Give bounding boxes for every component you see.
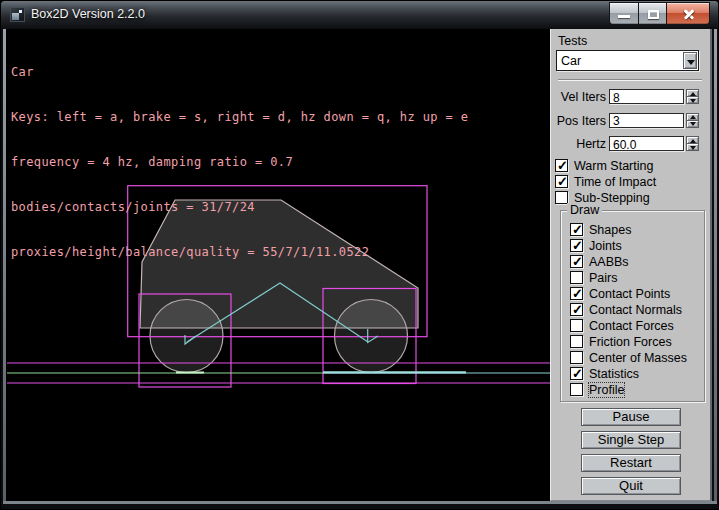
control-panel: Tests Car Vel Iters 8 Pos Iters 3 Hertz (550, 29, 712, 501)
checkbox-box[interactable] (570, 383, 583, 396)
checkbox-box[interactable]: ✓ (570, 367, 583, 380)
app-icon (10, 7, 25, 22)
checkbox-label: Friction Forces (589, 335, 672, 349)
arrow-up-icon (690, 92, 696, 96)
checkbox-aabbs[interactable]: ✓ AABBs (570, 255, 629, 269)
checkbox-warm-starting[interactable]: ✓ Warm Starting (555, 159, 653, 173)
check-icon: ✓ (572, 238, 583, 253)
checkbox-label: AABBs (589, 255, 629, 269)
checkbox-box[interactable]: ✓ (555, 159, 568, 172)
checkbox-label: Center of Masses (589, 351, 687, 365)
vel-iters-down-button[interactable] (686, 96, 699, 104)
simulation-canvas[interactable]: Car Keys: left = a, brake = s, right = d… (6, 29, 550, 501)
checkbox-contact-normals[interactable]: ✓ Contact Normals (570, 303, 682, 317)
minimize-button[interactable] (609, 2, 638, 25)
hud-line-frequency: frequency = 4 hz, damping ratio = 0.7 (11, 155, 468, 170)
single-step-button[interactable]: Single Step (581, 431, 681, 449)
check-icon: ✓ (572, 302, 583, 317)
right-wheel (335, 300, 408, 373)
caption-buttons (609, 2, 710, 25)
pos-iters-input[interactable]: 3 (609, 113, 684, 128)
arrow-down-icon (690, 122, 696, 126)
checkbox-box[interactable] (570, 351, 583, 364)
checkbox-label: Contact Points (589, 287, 670, 301)
restart-button[interactable]: Restart (581, 454, 681, 472)
close-button[interactable] (667, 2, 710, 25)
arrow-up-icon (690, 139, 696, 143)
check-icon: ✓ (572, 254, 583, 269)
arrow-down-icon (690, 99, 696, 103)
pause-button[interactable]: Pause (581, 408, 681, 426)
hud-line-test-name: Car (11, 65, 468, 80)
checkbox-label: Statistics (589, 367, 639, 381)
hertz-stepper (686, 136, 699, 151)
checkbox-contact-forces[interactable]: Contact Forces (570, 319, 674, 333)
hertz-value: 60.0 (613, 138, 636, 152)
checkbox-shapes[interactable]: ✓ Shapes (570, 223, 631, 237)
hud-line-stats-1: bodies/contacts/joints = 31/7/24 (11, 200, 468, 215)
hertz-row: Hertz 60.0 (551, 136, 711, 152)
checkbox-label: Joints (589, 239, 622, 253)
arrow-up-icon (690, 115, 696, 119)
hertz-down-button[interactable] (686, 143, 699, 151)
checkbox-label: Contact Normals (589, 303, 682, 317)
window-frame-right (714, 29, 717, 502)
checkbox-label: Profile (589, 383, 624, 397)
chevron-down-icon (687, 60, 695, 65)
vel-iters-value: 8 (613, 91, 620, 105)
checkbox-center-of-masses[interactable]: Center of Masses (570, 351, 687, 365)
checkbox-label: Time of Impact (574, 175, 656, 189)
checkbox-box[interactable]: ✓ (555, 175, 568, 188)
checkbox-box[interactable]: ✓ (570, 223, 583, 236)
checkbox-profile[interactable]: Profile (570, 383, 624, 397)
vel-iters-label: Vel Iters (551, 90, 606, 104)
pos-iters-value: 3 (613, 114, 620, 128)
checkbox-box[interactable] (570, 271, 583, 284)
checkbox-box[interactable]: ✓ (570, 255, 583, 268)
check-icon: ✓ (572, 222, 583, 237)
checkbox-statistics[interactable]: ✓ Statistics (570, 367, 639, 381)
maximize-button[interactable] (638, 2, 667, 25)
arrow-down-icon (690, 146, 696, 150)
check-icon: ✓ (572, 286, 583, 301)
checkbox-label: Shapes (589, 223, 631, 237)
minimize-icon (618, 15, 630, 18)
checkbox-box[interactable] (570, 335, 583, 348)
separator (558, 79, 702, 81)
hud-text: Car Keys: left = a, brake = s, right = d… (11, 35, 468, 290)
window-frame-bottom (3, 501, 717, 504)
checkbox-box[interactable] (570, 319, 583, 332)
pos-iters-label: Pos Iters (551, 114, 606, 128)
pos-iters-row: Pos Iters 3 (551, 113, 711, 129)
window-title: Box2D Version 2.2.0 (31, 7, 145, 21)
app-window: Box2D Version 2.2.0 (0, 0, 719, 510)
checkbox-label: Warm Starting (574, 159, 653, 173)
maximize-icon (648, 10, 659, 19)
checkbox-box[interactable]: ✓ (570, 287, 583, 300)
check-icon: ✓ (557, 174, 568, 189)
vel-iters-row: Vel Iters 8 (551, 89, 711, 105)
tests-dropdown-button[interactable] (683, 52, 697, 69)
tests-dropdown[interactable]: Car (556, 50, 699, 71)
checkbox-friction-forces[interactable]: Friction Forces (570, 335, 672, 349)
checkbox-time-of-impact[interactable]: ✓ Time of Impact (555, 175, 656, 189)
pos-iters-stepper (686, 113, 699, 128)
tests-label: Tests (558, 34, 587, 48)
hertz-input[interactable]: 60.0 (609, 136, 684, 151)
checkbox-box[interactable]: ✓ (570, 239, 583, 252)
tests-dropdown-value: Car (561, 54, 581, 68)
title-bar[interactable]: Box2D Version 2.2.0 (1, 1, 719, 29)
checkbox-contact-points[interactable]: ✓ Contact Points (570, 287, 670, 301)
checkbox-joints[interactable]: ✓ Joints (570, 239, 622, 253)
pos-iters-down-button[interactable] (686, 120, 699, 128)
quit-button[interactable]: Quit (581, 477, 681, 495)
left-wheel (150, 300, 223, 373)
vel-iters-input[interactable]: 8 (609, 89, 684, 104)
hud-line-keys: Keys: left = a, brake = s, right = d, hz… (11, 110, 468, 125)
checkbox-box[interactable]: ✓ (570, 303, 583, 316)
checkbox-label: Pairs (589, 271, 617, 285)
hud-line-stats-2: proxies/height/balance/quality = 55/7/1/… (11, 245, 468, 260)
checkbox-pairs[interactable]: Pairs (570, 271, 617, 285)
close-icon (683, 8, 695, 20)
hertz-label: Hertz (551, 137, 606, 151)
